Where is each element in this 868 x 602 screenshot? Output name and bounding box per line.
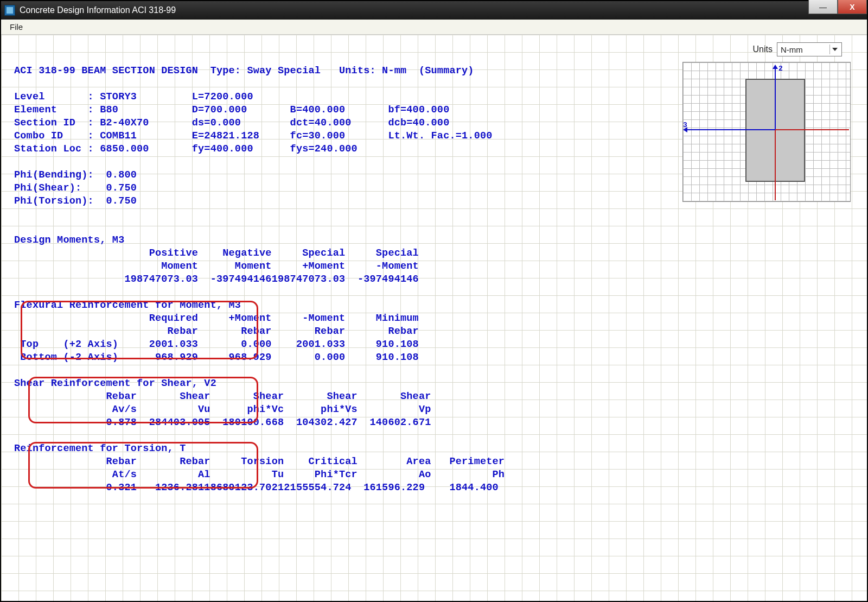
axis-3-neg-line (775, 129, 849, 130)
report-line: 0.321 1236.28118689123.70212155554.724 1… (14, 482, 499, 493)
report-line: Required +Moment -Moment Minimum (14, 313, 419, 324)
report-line: Flexural Reinforcement for Moment, M3 (14, 300, 241, 311)
report-line: Combo ID : COMB11 E=24821.128 fc=30.000 … (14, 130, 493, 142)
menubar: File (1, 20, 867, 35)
report-line: Section ID : B2-40X70 ds=0.000 dct=40.00… (14, 117, 449, 129)
report-line: Element : B80 D=700.000 B=400.000 bf=400… (14, 104, 449, 116)
report-line: ACI 318-99 BEAM SECTION DESIGN Type: Swa… (14, 65, 474, 77)
report-line: Av/s Vu phi*Vc phi*Vs Vp (14, 404, 431, 415)
report-line: Station Loc : 6850.000 fy=400.000 fys=24… (14, 143, 358, 155)
axis-2-line (775, 67, 776, 130)
axis-3-label: 3 (683, 121, 687, 129)
report-line: At/s Al Tu Phi*Tcr Ao Ph (14, 469, 505, 480)
report-line: Bottom (-2 Axis) 968.929 968.929 0.000 9… (14, 352, 419, 363)
axis-3-line (685, 129, 775, 130)
minimize-button[interactable]: — (808, 0, 838, 14)
axis-2-label: 2 (778, 65, 783, 73)
titlebar[interactable]: Concrete Design Information ACI 318-99 —… (1, 1, 867, 20)
report-line: Phi(Shear): 0.750 (14, 182, 137, 194)
content-area: Units N-mm 2 3 ACI 318-99 BEAM SECTION D… (1, 35, 867, 601)
close-button[interactable]: X (838, 0, 867, 14)
report-line: Phi(Bending): 0.800 (14, 169, 137, 181)
report-line: Rebar Rebar Rebar Rebar (14, 326, 419, 337)
section-diagram: 2 3 (682, 62, 851, 202)
window-controls: — X (808, 0, 867, 14)
report-line: 198747073.03 -397494146198747073.03 -397… (14, 274, 419, 285)
units-row: Units N-mm (753, 42, 842, 56)
report-line: Rebar Rebar Torsion Critical Area Perime… (14, 456, 505, 467)
report-line: 0.878 284403.095 180100.668 104302.427 1… (14, 417, 431, 428)
report-line: Positive Negative Special Special (14, 248, 419, 259)
report-line: Moment Moment +Moment -Moment (14, 261, 419, 272)
report-line: Phi(Torsion): 0.750 (14, 195, 137, 207)
units-label: Units (753, 45, 773, 54)
axis-2-neg-line (775, 130, 776, 200)
menu-file[interactable]: File (5, 21, 27, 33)
report-line: Level : STORY3 L=7200.000 (14, 91, 253, 103)
report-line: Reinforcement for Torsion, T (14, 443, 186, 454)
report-line: Top (+2 Axis) 2001.033 0.000 2001.033 91… (14, 339, 419, 350)
app-icon (4, 5, 15, 16)
report-line: Shear Reinforcement for Shear, V2 (14, 378, 216, 389)
units-select[interactable]: N-mm (777, 42, 842, 56)
report-line: Design Moments, M3 (14, 235, 124, 246)
window-title: Concrete Design Information ACI 318-99 (20, 5, 176, 15)
units-value: N-mm (781, 45, 803, 54)
chevron-down-icon (829, 45, 839, 54)
report-text: ACI 318-99 BEAM SECTION DESIGN Type: Swa… (14, 65, 505, 495)
window-frame: Concrete Design Information ACI 318-99 —… (0, 0, 868, 602)
report-line: Rebar Shear Shear Shear Shear (14, 391, 431, 402)
